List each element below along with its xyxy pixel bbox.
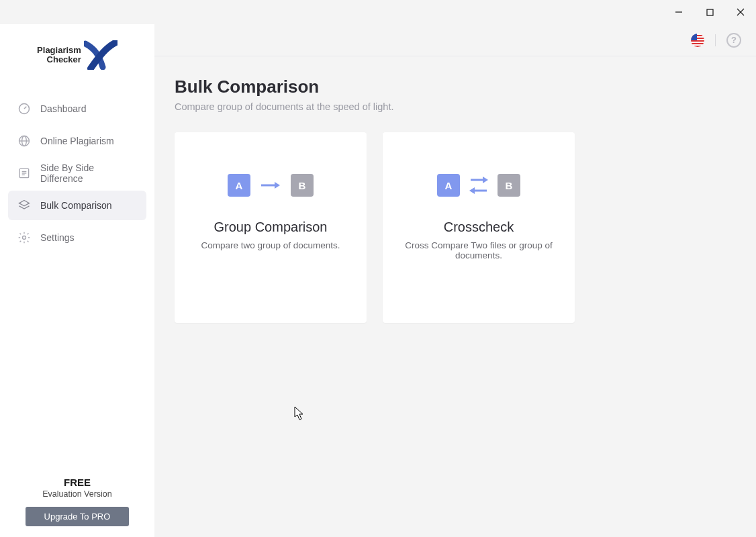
gear-icon bbox=[17, 231, 31, 244]
plan-subtitle-label: Evaluation Version bbox=[11, 489, 144, 499]
sidebar-item-settings[interactable]: Settings bbox=[8, 223, 146, 252]
card-title: Crosscheck bbox=[444, 219, 514, 235]
sidebar-item-label: Side By Side Difference bbox=[40, 162, 137, 184]
gauge-icon bbox=[17, 102, 31, 115]
svg-rect-17 bbox=[691, 40, 704, 42]
svg-rect-18 bbox=[691, 43, 704, 44]
svg-rect-1 bbox=[707, 9, 713, 15]
logo-x-icon bbox=[84, 40, 117, 70]
app-logo: Plagiarism Checker bbox=[0, 34, 154, 89]
sidebar-item-dashboard[interactable]: Dashboard bbox=[8, 94, 146, 124]
svg-rect-19 bbox=[691, 46, 704, 47]
svg-point-12 bbox=[23, 236, 26, 240]
logo-text-line2: Checker bbox=[37, 55, 81, 64]
card-group-comparison[interactable]: A B Group Comparison Compare two group o… bbox=[175, 132, 367, 323]
sidebar-item-label: Bulk Comparison bbox=[40, 200, 112, 211]
sidebar: Plagiarism Checker Dashboard Online Plag… bbox=[0, 24, 154, 537]
help-icon[interactable]: ? bbox=[726, 33, 741, 48]
stack-icon bbox=[17, 199, 31, 212]
group-comparison-icon: A B bbox=[228, 166, 314, 205]
sidebar-item-side-by-side[interactable]: Side By Side Difference bbox=[8, 158, 146, 188]
main-panel: ? Bulk Comparison Compare group of docum… bbox=[154, 24, 756, 537]
logo-text-line1: Plagiarism bbox=[37, 46, 81, 55]
card-title: Group Comparison bbox=[214, 219, 328, 235]
window-titlebar bbox=[0, 0, 756, 24]
card-crosscheck[interactable]: A B Crosscheck Cross Compare Two files o… bbox=[383, 132, 575, 323]
maximize-button[interactable] bbox=[694, 0, 725, 24]
sidebar-item-label: Settings bbox=[40, 232, 75, 243]
page-subtitle: Compare group of documents at the speed … bbox=[175, 101, 736, 112]
card-description: Cross Compare Two files or group of docu… bbox=[401, 240, 556, 260]
card-description: Compare two group of documents. bbox=[201, 240, 340, 250]
upgrade-button[interactable]: Upgrade To PRO bbox=[26, 507, 129, 526]
svg-rect-20 bbox=[691, 34, 697, 40]
topbar-separator bbox=[715, 34, 716, 46]
document-compare-icon bbox=[17, 166, 31, 180]
language-flag-icon[interactable] bbox=[691, 34, 704, 47]
sidebar-item-bulk-comparison[interactable]: Bulk Comparison bbox=[8, 191, 146, 220]
topbar: ? bbox=[154, 24, 756, 56]
sidebar-item-online-plagiarism[interactable]: Online Plagiarism bbox=[8, 126, 146, 156]
close-button[interactable] bbox=[725, 0, 756, 24]
globe-icon bbox=[17, 134, 31, 148]
crosscheck-icon: A B bbox=[437, 166, 520, 205]
minimize-button[interactable] bbox=[663, 0, 694, 24]
plan-tier-label: FREE bbox=[11, 477, 144, 488]
page-title: Bulk Comparison bbox=[175, 77, 736, 97]
sidebar-item-label: Dashboard bbox=[40, 103, 87, 114]
sidebar-item-label: Online Plagiarism bbox=[40, 136, 114, 146]
